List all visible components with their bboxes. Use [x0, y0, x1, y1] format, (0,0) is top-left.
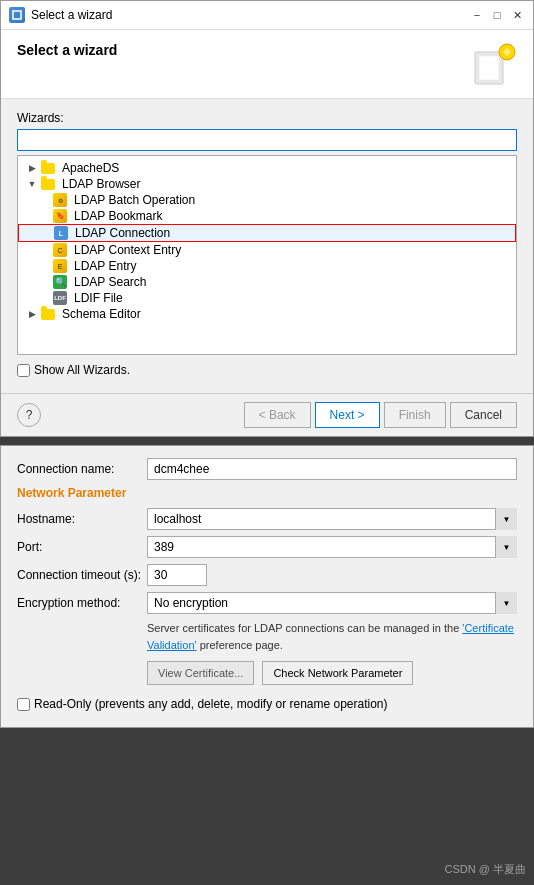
readonly-row: Read-Only (prevents any add, delete, mod…	[17, 697, 517, 711]
show-all-label: Show All Wizards.	[34, 363, 130, 377]
readonly-label: Read-Only (prevents any add, delete, mod…	[34, 697, 388, 711]
tree-arrow-ldap-entry	[38, 260, 50, 272]
back-button[interactable]: < Back	[244, 402, 311, 428]
tree-item-apacheds[interactable]: ApacheDS	[18, 160, 516, 176]
icon-ldap-bookmark: 🔖	[52, 210, 68, 222]
timeout-label: Connection timeout (s):	[17, 568, 147, 582]
cert-buttons-row: View Certificate... Check Network Parame…	[147, 661, 517, 685]
encryption-wrapper: No encryption Use SSL encryption (ldaps:…	[147, 592, 517, 614]
dialog-header-title: Select a wizard	[17, 42, 117, 58]
port-label: Port:	[17, 540, 147, 554]
tree-item-ldif-file[interactable]: LDF LDIF File	[18, 290, 516, 306]
tree-arrow-ldap-conn	[39, 227, 51, 239]
connection-name-row: Connection name:	[17, 458, 517, 480]
tree-item-ldap-entry[interactable]: E LDAP Entry	[18, 258, 516, 274]
timeout-row: Connection timeout (s):	[17, 564, 517, 586]
tree-arrow-ldap-bookmark	[38, 210, 50, 222]
tree-item-schema-editor[interactable]: Schema Editor	[18, 306, 516, 322]
tree-arrow-ldap-batch	[38, 194, 50, 206]
encryption-select[interactable]: No encryption Use SSL encryption (ldaps:…	[147, 592, 517, 614]
finish-button[interactable]: Finish	[384, 402, 446, 428]
icon-ldap-search: 🔍	[52, 276, 68, 288]
cert-info: Server certificates for LDAP connections…	[147, 620, 517, 653]
tree-arrow-ldap-search	[38, 276, 50, 288]
tree-label-ldap-browser: LDAP Browser	[62, 177, 140, 191]
folder-icon-schema	[40, 308, 56, 320]
folder-icon-ldap-browser	[40, 178, 56, 190]
cert-info-text2: preference page.	[200, 639, 283, 651]
hostname-wrapper: ▼	[147, 508, 517, 530]
next-button[interactable]: Next >	[315, 402, 380, 428]
cert-info-text1: Server certificates for LDAP connections…	[147, 622, 459, 634]
icon-ldap-entry: E	[52, 260, 68, 272]
top-dialog: Select a wizard − □ ✕ Select a wizard Wi…	[0, 0, 534, 437]
tree-label-ldap-search: LDAP Search	[74, 275, 147, 289]
tree-item-ldap-browser[interactable]: LDAP Browser	[18, 176, 516, 192]
port-input[interactable]	[147, 536, 517, 558]
tree-arrow-ldap-context	[38, 244, 50, 256]
title-bar-icon	[9, 7, 25, 23]
close-button[interactable]: ✕	[509, 7, 525, 23]
minimize-button[interactable]: −	[469, 7, 485, 23]
readonly-checkbox[interactable]	[17, 698, 30, 711]
tree-item-ldap-bookmark[interactable]: 🔖 LDAP Bookmark	[18, 208, 516, 224]
tree-label-ldap-context: LDAP Context Entry	[74, 243, 181, 257]
svg-rect-2	[479, 56, 499, 80]
dialog-header: Select a wizard	[1, 30, 533, 99]
show-all-row: Show All Wizards.	[17, 355, 517, 381]
hostname-row: Hostname: ▼	[17, 508, 517, 530]
tree-label-ldap-entry: LDAP Entry	[74, 259, 136, 273]
tree-item-ldap-connection[interactable]: L LDAP Connection	[18, 224, 516, 242]
hostname-input[interactable]	[147, 508, 517, 530]
tree-item-ldap-batch[interactable]: ⚙ LDAP Batch Operation	[18, 192, 516, 208]
tree-label-ldap-connection: LDAP Connection	[75, 226, 170, 240]
watermark: CSDN @ 半夏曲	[445, 862, 526, 877]
show-all-checkbox[interactable]	[17, 364, 30, 377]
dialog-content: Wizards: ApacheDS LDAP Browser	[1, 99, 533, 393]
tree-label-ldap-batch: LDAP Batch Operation	[74, 193, 195, 207]
tree-label-ldif: LDIF File	[74, 291, 123, 305]
check-network-button[interactable]: Check Network Parameter	[262, 661, 413, 685]
bottom-dialog: Connection name: Network Parameter Hostn…	[0, 445, 534, 728]
view-certificate-button[interactable]: View Certificate...	[147, 661, 254, 685]
wizard-search-input[interactable]	[17, 129, 517, 151]
connection-name-label: Connection name:	[17, 462, 147, 476]
title-bar: Select a wizard − □ ✕	[1, 1, 533, 30]
hostname-label: Hostname:	[17, 512, 147, 526]
tree-label-apacheds: ApacheDS	[62, 161, 119, 175]
wizard-tree[interactable]: ApacheDS LDAP Browser ⚙ LDAP Batch Opera…	[17, 155, 517, 355]
tree-arrow-ldap-browser	[26, 178, 38, 190]
title-bar-text: Select a wizard	[31, 8, 463, 22]
tree-label-ldap-bookmark: LDAP Bookmark	[74, 209, 162, 223]
dialog-footer: ? < Back Next > Finish Cancel	[1, 393, 533, 436]
maximize-button[interactable]: □	[489, 7, 505, 23]
timeout-input[interactable]	[147, 564, 207, 586]
icon-ldap-context: C	[52, 244, 68, 256]
tree-item-ldap-context[interactable]: C LDAP Context Entry	[18, 242, 516, 258]
tree-arrow-ldif	[38, 292, 50, 304]
icon-ldap-conn: L	[53, 227, 69, 239]
connection-name-input[interactable]	[147, 458, 517, 480]
wizard-decoration-icon	[469, 42, 517, 90]
icon-ldap-batch: ⚙	[52, 194, 68, 206]
icon-ldif: LDF	[52, 292, 68, 304]
folder-icon-apacheds	[40, 162, 56, 174]
svg-rect-0	[13, 11, 21, 19]
port-wrapper: ▼	[147, 536, 517, 558]
tree-label-schema: Schema Editor	[62, 307, 141, 321]
help-button[interactable]: ?	[17, 403, 41, 427]
wizards-label: Wizards:	[17, 111, 517, 125]
tree-arrow-apacheds	[26, 162, 38, 174]
tree-arrow-schema	[26, 308, 38, 320]
tree-item-ldap-search[interactable]: 🔍 LDAP Search	[18, 274, 516, 290]
network-parameter-label: Network Parameter	[17, 486, 517, 500]
port-row: Port: ▼	[17, 536, 517, 558]
encryption-row: Encryption method: No encryption Use SSL…	[17, 592, 517, 614]
title-bar-controls: − □ ✕	[469, 7, 525, 23]
cancel-button[interactable]: Cancel	[450, 402, 517, 428]
encryption-label: Encryption method:	[17, 596, 147, 610]
